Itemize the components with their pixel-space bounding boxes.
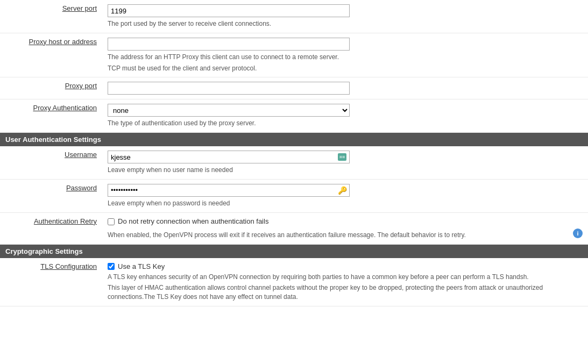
tls-config-checkbox-label[interactable]: Use a TLS Key [118, 262, 165, 270]
server-port-label: Server port [62, 4, 97, 12]
password-input[interactable] [108, 184, 350, 197]
proxy-port-input[interactable] [108, 82, 350, 95]
user-auth-section-header: User Authentication Settings [0, 133, 588, 146]
tls-config-label: TLS Configuration [40, 262, 97, 270]
password-label: Password [66, 184, 97, 192]
key-icon-symbol: 🔑 [338, 186, 347, 195]
crypto-section-header: Cryptographic Settings [0, 245, 588, 258]
auth-retry-checkbox-label[interactable]: Do not retry connection when authenticat… [118, 217, 268, 225]
username-gen-icon[interactable]: ≡≡ [337, 153, 348, 161]
proxy-auth-select[interactable]: none basic ntlm [108, 104, 350, 117]
server-port-hint: The port used by the server to receive c… [108, 19, 583, 28]
proxy-port-label: Proxy port [65, 82, 97, 90]
auth-retry-info-icon[interactable]: i [573, 229, 583, 238]
hint-text: When enabled, the OpenVPN process will e… [108, 231, 570, 240]
proxy-host-hint2: TCP must be used for the client and serv… [108, 64, 583, 73]
username-label: Username [65, 151, 97, 159]
server-port-input[interactable] [108, 4, 350, 17]
tls-hint1: A TLS key enhances security of an OpenVP… [108, 273, 576, 282]
username-hint: Leave empty when no user name is needed [108, 166, 583, 175]
gen-icon-symbol: ≡≡ [338, 153, 347, 161]
password-key-icon[interactable]: 🔑 [337, 186, 348, 195]
proxy-host-label: Proxy host or address [29, 38, 97, 46]
proxy-auth-hint: The type of authentication used by the p… [108, 119, 583, 128]
proxy-host-hint1: The address for an HTTP Proxy this clien… [108, 53, 583, 62]
proxy-host-input[interactable] [108, 38, 350, 51]
proxy-auth-label: Proxy Authentication [33, 104, 97, 112]
auth-retry-checkbox[interactable] [108, 218, 115, 225]
password-hint: Leave empty when no password is needed [108, 199, 583, 208]
auth-retry-label: Authentication Retry [34, 217, 97, 225]
tls-config-checkbox[interactable] [108, 263, 115, 270]
username-input[interactable] [108, 151, 350, 163]
tls-hint2: This layer of HMAC authentication allows… [108, 283, 576, 302]
